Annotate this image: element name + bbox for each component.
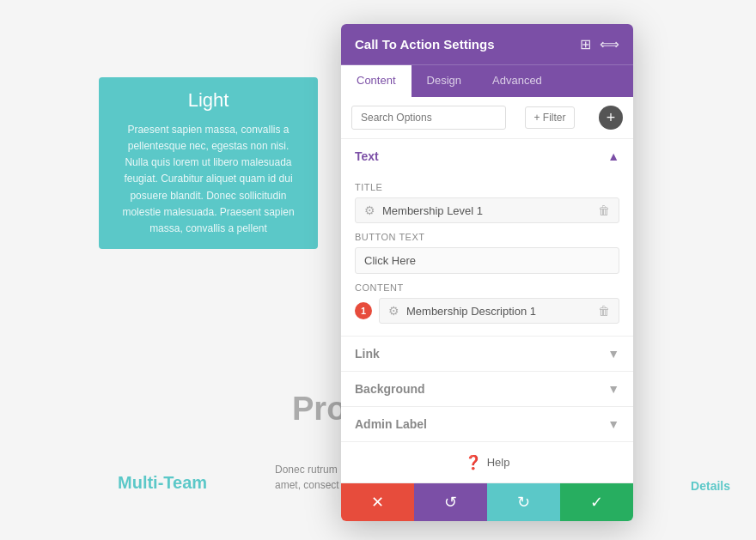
tab-design[interactable]: Design [412, 65, 477, 97]
redo-button[interactable]: ↻ [487, 483, 560, 521]
modal-tabs: Content Design Advanced [341, 64, 633, 97]
tab-content[interactable]: Content [341, 65, 412, 97]
admin-label-section-header[interactable]: Admin Label ▼ [341, 407, 633, 442]
cta-settings-modal: Call To Action Settings ⊞ ⟺ Content Desi… [341, 24, 633, 521]
content-delete-icon[interactable]: 🗑 [598, 304, 610, 318]
details-link[interactable]: Details [691, 479, 730, 493]
gear-icon-title[interactable]: ⚙ [364, 203, 375, 217]
tab-advanced[interactable]: Advanced [477, 65, 558, 97]
card-text: Praesent sapien massa, convallis a pelle… [116, 122, 301, 237]
teal-card: Light Praesent sapien massa, convallis a… [99, 77, 318, 249]
search-input[interactable] [351, 106, 506, 130]
undo-button[interactable]: ↺ [414, 483, 487, 521]
title-field-value: Membership Level 1 [382, 204, 598, 217]
modal-header: Call To Action Settings ⊞ ⟺ [341, 24, 633, 64]
redo-icon: ↻ [517, 493, 530, 512]
text-section-content: Title ⚙ Membership Level 1 🗑 Button Text… [341, 173, 633, 337]
close-button[interactable]: ✕ [341, 483, 414, 521]
page-title-bg: Pro [292, 391, 346, 428]
text-section-title: Text [355, 149, 379, 163]
close-icon: ✕ [371, 493, 384, 512]
text-section-header[interactable]: Text ▲ [341, 139, 633, 173]
background-section-title: Background [355, 382, 425, 396]
background-chevron-down-icon: ▼ [607, 382, 619, 396]
admin-label-section-title: Admin Label [355, 417, 427, 431]
button-text-input[interactable] [355, 247, 619, 274]
button-text-label: Button Text [355, 232, 619, 242]
add-button[interactable]: + [599, 106, 623, 130]
modal-header-icons: ⊞ ⟺ [580, 36, 619, 52]
check-icon: ✓ [590, 493, 603, 512]
modal-body: Text ▲ Title ⚙ Membership Level 1 🗑 Butt… [341, 139, 633, 483]
link-chevron-down-icon: ▼ [607, 347, 619, 361]
help-text[interactable]: Help [487, 456, 510, 469]
link-section-title: Link [355, 347, 380, 361]
title-field-row: ⚙ Membership Level 1 🗑 [355, 197, 619, 223]
card-title: Light [188, 89, 229, 112]
filter-button[interactable]: + Filter [525, 106, 574, 129]
grid-icon[interactable]: ⊞ [580, 36, 591, 52]
undo-icon: ↺ [444, 493, 457, 512]
background-section-header[interactable]: Background ▼ [341, 372, 633, 407]
title-delete-icon[interactable]: 🗑 [598, 203, 610, 217]
link-section-header[interactable]: Link ▼ [341, 337, 633, 372]
modal-title: Call To Action Settings [355, 37, 495, 52]
content-row: 1 ⚙ Membership Description 1 🗑 [355, 298, 619, 324]
content-badge: 1 [355, 302, 372, 319]
confirm-button[interactable]: ✓ [560, 483, 633, 521]
gear-icon-content[interactable]: ⚙ [388, 304, 399, 318]
admin-label-chevron-down-icon: ▼ [607, 417, 619, 431]
content-field-value: Membership Description 1 [406, 305, 598, 318]
content-field-row: ⚙ Membership Description 1 🗑 [379, 298, 619, 324]
help-icon: ❓ [465, 454, 482, 470]
title-field-label: Title [355, 182, 619, 192]
team-label: Multi-Team [118, 473, 207, 493]
text-chevron-up-icon: ▲ [607, 149, 619, 163]
expand-icon[interactable]: ⟺ [600, 36, 619, 52]
help-section: ❓ Help [341, 442, 633, 483]
modal-footer: ✕ ↺ ↻ ✓ [341, 483, 633, 521]
search-bar: + Filter + [341, 97, 633, 139]
content-field-label: Content [355, 282, 619, 293]
